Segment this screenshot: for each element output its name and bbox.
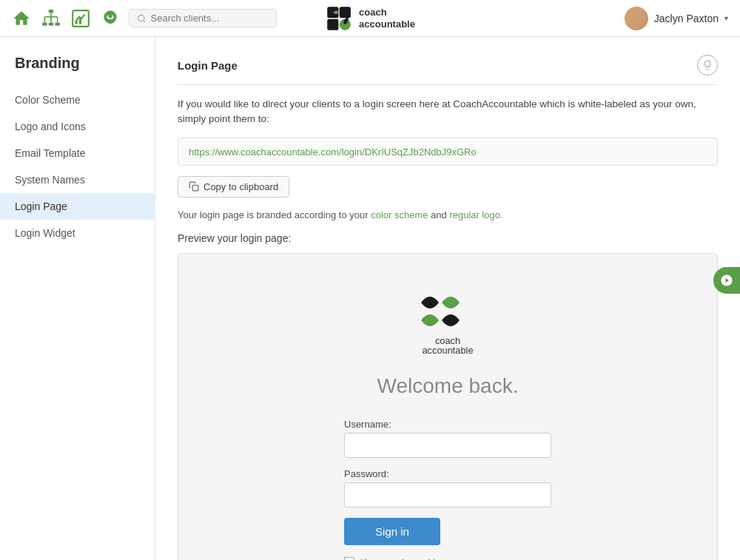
search-bar[interactable] xyxy=(129,9,277,27)
svg-rect-2 xyxy=(49,22,54,25)
sidebar-item-color-scheme[interactable]: Color Scheme xyxy=(0,87,155,113)
sidebar-title: Branding xyxy=(0,55,155,87)
logo-text-line1: coach xyxy=(359,7,415,18)
svg-rect-18 xyxy=(340,7,351,18)
keep-logged-label: Keep me logged in xyxy=(360,557,440,561)
user-name: Jaclyn Paxton xyxy=(654,13,719,24)
widget-icon xyxy=(720,274,733,287)
preview-welcome: Welcome back. xyxy=(377,374,519,398)
svg-line-15 xyxy=(144,20,145,21)
home-icon[interactable] xyxy=(12,9,31,28)
svg-text:accountable: accountable xyxy=(422,344,473,355)
sidebar-item-login-page[interactable]: Login Page xyxy=(0,193,155,220)
svg-rect-17 xyxy=(327,18,338,30)
username-label: Username: xyxy=(344,419,551,430)
svg-rect-0 xyxy=(49,10,54,13)
lightbulb-icon xyxy=(702,59,713,71)
help-icon-btn[interactable] xyxy=(697,55,718,75)
logo-icon xyxy=(325,4,353,33)
svg-point-12 xyxy=(107,15,109,16)
chevron-down-icon: ▾ xyxy=(724,14,728,22)
search-input[interactable] xyxy=(151,13,269,24)
sidebar-item-logo-icons[interactable]: Logo and Icons xyxy=(0,113,155,140)
svg-point-14 xyxy=(138,15,144,21)
svg-rect-1 xyxy=(42,22,47,25)
page-header: Login Page xyxy=(178,55,718,85)
password-label: Password: xyxy=(344,468,551,479)
sidebar-item-system-names[interactable]: System Names xyxy=(0,166,155,193)
preview-logo-icon: coach accountable xyxy=(388,283,507,357)
url-box: https://www.coachaccountable.com/login/D… xyxy=(178,138,718,166)
user-menu[interactable]: Jaclyn Paxton ▾ xyxy=(625,7,728,30)
svg-rect-21 xyxy=(192,185,198,191)
username-input[interactable] xyxy=(344,433,551,458)
green-widget[interactable] xyxy=(713,267,740,294)
search-icon xyxy=(137,13,147,24)
clients-icon[interactable] xyxy=(101,9,120,28)
branding-and: and xyxy=(428,209,449,220)
nav-icons xyxy=(12,9,120,28)
top-nav: coach accountable Jaclyn Paxton ▾ xyxy=(0,0,740,37)
copy-to-clipboard-button[interactable]: Copy to clipboard xyxy=(178,176,289,198)
sidebar-item-email-template[interactable]: Email Template xyxy=(0,140,155,166)
copy-btn-label: Copy to clipboard xyxy=(204,181,278,192)
regular-logo-link[interactable]: regular logo. xyxy=(449,209,502,220)
avatar[interactable] xyxy=(625,7,648,30)
keep-logged-container: Keep me logged in xyxy=(344,557,551,561)
main-content: Login Page If you would like to direct y… xyxy=(155,37,740,560)
password-input[interactable] xyxy=(344,482,551,507)
org-chart-icon[interactable] xyxy=(41,9,61,28)
color-scheme-link[interactable]: color scheme xyxy=(371,209,428,220)
description: If you would like to direct your clients… xyxy=(178,97,718,127)
preview-form: Username: Password: Sign in Keep me logg… xyxy=(344,419,551,561)
keep-logged-checkbox[interactable] xyxy=(344,557,354,560)
main-layout: Branding Color Scheme Logo and Icons Ema… xyxy=(0,37,740,560)
sign-in-button[interactable]: Sign in xyxy=(344,518,440,545)
sidebar: Branding Color Scheme Logo and Icons Ema… xyxy=(0,37,155,560)
app-logo[interactable]: coach accountable xyxy=(325,4,415,33)
preview-logo: coach accountable xyxy=(388,283,507,360)
copy-icon xyxy=(189,181,199,192)
svg-rect-3 xyxy=(55,22,60,25)
page-title: Login Page xyxy=(178,59,238,72)
branding-note-prefix: Your login page is branded according to … xyxy=(178,209,371,220)
sidebar-item-login-widget[interactable]: Login Widget xyxy=(0,220,155,246)
svg-point-13 xyxy=(112,15,113,16)
login-url: https://www.coachaccountable.com/login/D… xyxy=(189,146,477,158)
preview-label: Preview your login page: xyxy=(178,232,718,244)
branding-note: Your login page is branded according to … xyxy=(178,209,718,220)
login-preview: coach accountable Welcome back. Username… xyxy=(178,253,718,561)
chart-icon[interactable] xyxy=(71,9,90,28)
svg-rect-10 xyxy=(75,20,77,24)
logo-text-line2: accountable xyxy=(359,18,415,30)
svg-rect-11 xyxy=(79,18,81,24)
